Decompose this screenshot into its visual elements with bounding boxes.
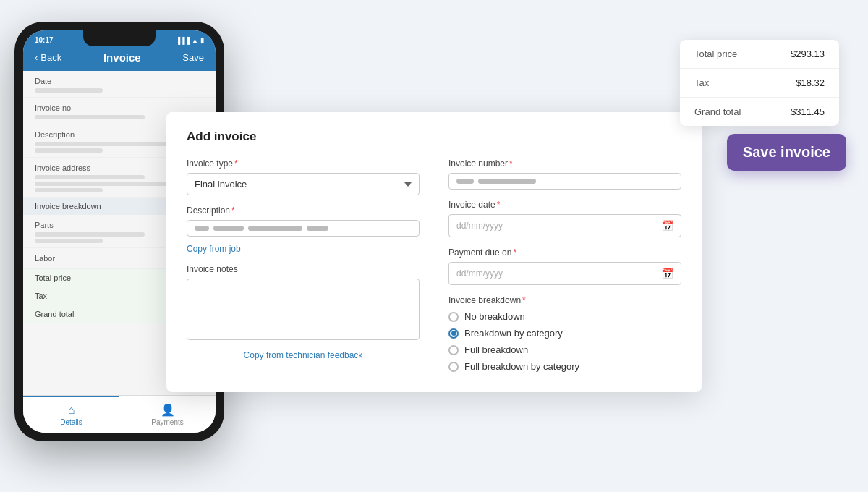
tab-details-label: Details [60,418,82,426]
radio-label-category: Breakdown by category [464,328,563,339]
invoice-type-group: Invoice type * Final invoice Proforma in… [187,158,420,195]
description-bar-1 [35,142,179,146]
summary-grand-total-label: Grand total [694,106,741,117]
payment-due-input[interactable]: dd/mm/yyyy 📅 [448,262,681,285]
summary-total-price-label: Total price [694,48,737,59]
calendar-icon-date[interactable]: 📅 [661,220,673,232]
desc-required-star: * [231,205,235,216]
invoice-type-label: Invoice type * [187,158,420,169]
radio-circle-category [448,328,459,339]
invoice-type-select[interactable]: Final invoice Proforma invoice Credit no… [187,173,420,195]
modal-right-col: Invoice number * Invoice date * dd/mm/yy… [448,158,681,372]
back-label: Back [41,52,61,63]
add-invoice-modal: Add invoice Invoice type * Final invoice… [166,112,702,392]
radio-full-breakdown[interactable]: Full breakdown [448,344,681,355]
wifi-icon: ▲ [192,37,198,44]
desc-bar-2 [213,226,244,231]
radio-full-breakdown-category[interactable]: Full breakdown by category [448,361,681,372]
summary-total-price: Total price $293.13 [680,40,839,69]
save-invoice-button[interactable]: Save invoice [727,134,846,171]
address-bar-3 [35,188,103,192]
modal-title: Add invoice [187,130,681,144]
radio-label-no-breakdown: No breakdown [464,311,525,322]
invoice-no-label: Invoice no [35,103,204,112]
invoice-date-input[interactable]: dd/mm/yyyy 📅 [448,214,681,237]
nav-title: Invoice [103,51,141,64]
invoice-date-placeholder: dd/mm/yyyy [456,221,503,231]
home-icon: ⌂ [68,404,75,417]
parts-bar-1 [35,232,145,237]
radio-no-breakdown[interactable]: No breakdown [448,311,681,322]
radio-circle-full-cat [448,362,459,372]
total-price-label: Total price [35,273,71,282]
summary-total-price-value: $293.13 [791,48,825,59]
invoice-notes-label: Invoice notes [187,264,420,274]
description-bar-2 [35,148,103,153]
person-icon: 👤 [161,403,175,417]
summary-tax-label: Tax [694,77,709,88]
back-button[interactable]: ‹ Back [35,52,61,63]
address-bar-2 [35,182,179,186]
desc-bar-4 [307,226,328,231]
description-form-label: Description * [187,205,420,216]
phone-save-button[interactable]: Save [182,52,204,63]
radio-circle-full [448,345,459,355]
bottom-nav: ⌂ Details 👤 Payments [23,395,216,433]
radio-label-full-cat: Full breakdown by category [464,361,579,372]
desc-bar-1 [195,226,209,231]
date-field: Date [23,71,216,98]
invoice-date-label: Invoice date * [448,200,681,210]
tab-payments-label: Payments [151,418,183,426]
radio-breakdown-category[interactable]: Breakdown by category [448,328,681,339]
grand-total-label: Grand total [35,310,74,318]
invoice-notes-group: Invoice notes Copy from technician feedb… [187,264,420,360]
payment-due-group: Payment due on * dd/mm/yyyy 📅 [448,247,681,285]
invoice-number-input[interactable] [448,173,681,190]
status-icons: ▐▐▐ ▲ ▮ [176,37,204,44]
breakdown-required: * [522,295,526,305]
phone-nav-bar: ‹ Back Invoice Save [23,47,216,71]
tab-payments[interactable]: 👤 Payments [119,396,216,433]
inv-bar-2 [478,179,536,184]
address-bar-1 [35,175,145,179]
description-group: Description * Copy from job [187,205,420,254]
date-required: * [497,200,501,210]
chevron-left-icon: ‹ [35,52,38,63]
invoice-number-label: Invoice number * [448,158,681,169]
date-label: Date [35,77,204,85]
modal-left-col: Invoice type * Final invoice Proforma in… [187,158,420,372]
date-bar [35,88,103,93]
parts-bar-2 [35,239,103,243]
invoice-notes-textarea[interactable] [187,279,420,340]
desc-bar-3 [248,226,302,231]
description-input[interactable] [187,220,420,237]
radio-label-full: Full breakdown [464,344,528,355]
signal-icon: ▐▐▐ [176,37,190,44]
summary-tax-value: $18.32 [796,77,825,88]
summary-tax: Tax $18.32 [680,69,839,98]
breakdown-radio-group: No breakdown Breakdown by category Full … [448,311,681,372]
copy-technician-feedback-link[interactable]: Copy from technician feedback [187,350,420,360]
due-required: * [513,247,516,258]
payment-due-placeholder: dd/mm/yyyy [456,268,503,279]
summary-grand-total: Grand total $311.45 [680,98,839,126]
tab-details[interactable]: ⌂ Details [23,396,119,433]
summary-card: Total price $293.13 Tax $18.32 Grand tot… [680,40,839,126]
invoice-breakdown-group: Invoice breakdown * No breakdown Breakdo… [448,295,681,372]
calendar-icon-due[interactable]: 📅 [661,268,673,279]
battery-icon: ▮ [200,37,204,44]
status-time: 10:17 [35,36,54,44]
inv-bar-1 [456,179,474,184]
radio-circle-no-breakdown [448,312,459,322]
tax-label: Tax [35,292,47,300]
invoice-no-bar [35,115,145,119]
summary-grand-total-value: $311.45 [791,106,825,117]
phone-notch [83,30,156,46]
invnum-required: * [509,158,513,169]
invoice-breakdown-label: Invoice breakdown * [448,295,681,305]
required-star: * [234,158,238,169]
copy-from-job-link[interactable]: Copy from job [187,244,420,254]
invoice-date-group: Invoice date * dd/mm/yyyy 📅 [448,200,681,237]
payment-due-label: Payment due on * [448,247,681,258]
invoice-number-group: Invoice number * [448,158,681,190]
